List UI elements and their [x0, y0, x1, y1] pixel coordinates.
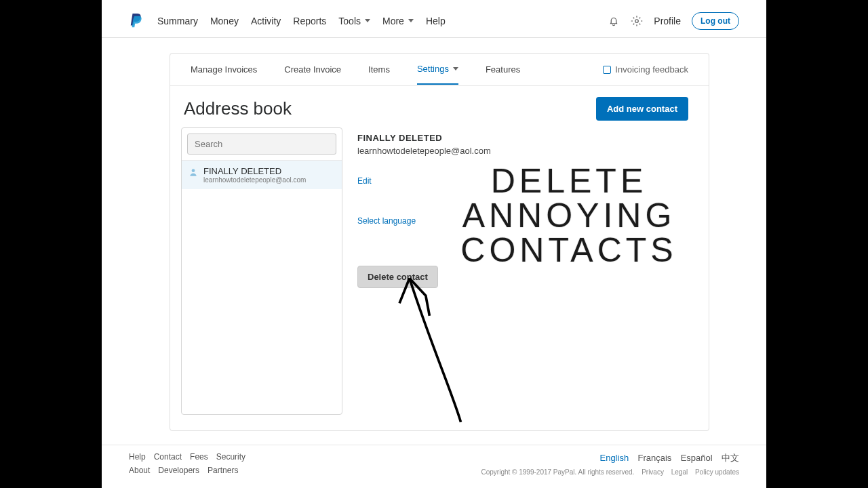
arrow-annotation	[382, 266, 484, 428]
nav-summary[interactable]: Summary	[157, 16, 198, 26]
invoicing-feedback-link[interactable]: Invoicing feedback	[603, 64, 688, 75]
footer-policy[interactable]: Policy updates	[695, 468, 739, 476]
list-item[interactable]: FINALLY DELETED learnhowtodeletepeople@a…	[182, 160, 342, 189]
copyright-text: Copyright © 1999-2017 PayPal. All rights…	[481, 468, 635, 476]
gear-icon[interactable]	[631, 15, 643, 27]
add-new-contact-button[interactable]: Add new contact	[596, 97, 688, 121]
chevron-down-icon	[408, 19, 414, 22]
nav-money[interactable]: Money	[210, 16, 239, 26]
footer-fees[interactable]: Fees	[190, 452, 208, 462]
tabs-row: Manage Invoices Create Invoice Items Set…	[170, 54, 709, 86]
search-input[interactable]	[187, 134, 336, 155]
tab-manage-invoices[interactable]: Manage Invoices	[191, 55, 257, 84]
nav-help[interactable]: Help	[426, 16, 446, 26]
tab-items[interactable]: Items	[368, 55, 390, 84]
footer-partners[interactable]: Partners	[208, 466, 238, 475]
page-title: Address book	[184, 98, 292, 119]
tab-create-invoice[interactable]: Create Invoice	[284, 55, 341, 84]
nav-tools[interactable]: Tools	[338, 16, 370, 26]
lang-chinese[interactable]: 中文	[722, 453, 739, 463]
logout-button[interactable]: Log out	[692, 12, 739, 30]
tab-settings[interactable]: Settings	[417, 54, 458, 85]
detail-name: FINALLY DELETED	[357, 133, 690, 143]
lang-espanol[interactable]: Español	[681, 453, 713, 463]
overlay-text: Delete Annoying Contacts	[440, 164, 698, 268]
footer-about[interactable]: About	[129, 466, 150, 475]
chevron-down-icon	[453, 67, 458, 70]
lang-francais[interactable]: Français	[637, 453, 671, 463]
chat-icon	[603, 66, 611, 74]
contact-detail-panel: FINALLY DELETED learnhowtodeletepeople@a…	[349, 127, 698, 415]
footer: Help Contact Fees Security About Develop…	[102, 445, 766, 488]
contact-list-panel: FINALLY DELETED learnhowtodeletepeople@a…	[181, 127, 342, 415]
svg-point-0	[635, 19, 639, 22]
tab-features[interactable]: Features	[486, 55, 520, 84]
footer-security[interactable]: Security	[216, 452, 245, 462]
nav-activity[interactable]: Activity	[251, 16, 281, 26]
footer-legal[interactable]: Legal	[671, 468, 688, 476]
footer-privacy[interactable]: Privacy	[642, 468, 664, 476]
select-language-link[interactable]: Select language	[357, 216, 416, 226]
top-nav: Summary Money Activity Reports Tools Mor…	[102, 4, 766, 38]
detail-email: learnhowtodeletepeople@aol.com	[357, 146, 690, 156]
lang-english[interactable]: English	[599, 453, 629, 463]
contact-name: FINALLY DELETED	[203, 166, 306, 176]
paypal-logo	[129, 12, 144, 30]
person-icon	[189, 167, 198, 177]
nav-reports[interactable]: Reports	[293, 16, 326, 26]
nav-more[interactable]: More	[382, 16, 414, 26]
footer-developers[interactable]: Developers	[158, 466, 199, 475]
feedback-label: Invoicing feedback	[615, 64, 688, 75]
footer-help[interactable]: Help	[129, 452, 146, 462]
svg-point-1	[192, 169, 195, 172]
edit-link[interactable]: Edit	[357, 176, 372, 186]
chevron-down-icon	[365, 19, 370, 22]
footer-contact[interactable]: Contact	[154, 452, 182, 462]
contact-email: learnhowtodeletepeople@aol.com	[203, 176, 306, 184]
bell-icon[interactable]	[608, 15, 620, 27]
profile-link[interactable]: Profile	[654, 16, 681, 26]
invoicing-card: Manage Invoices Create Invoice Items Set…	[170, 53, 709, 431]
